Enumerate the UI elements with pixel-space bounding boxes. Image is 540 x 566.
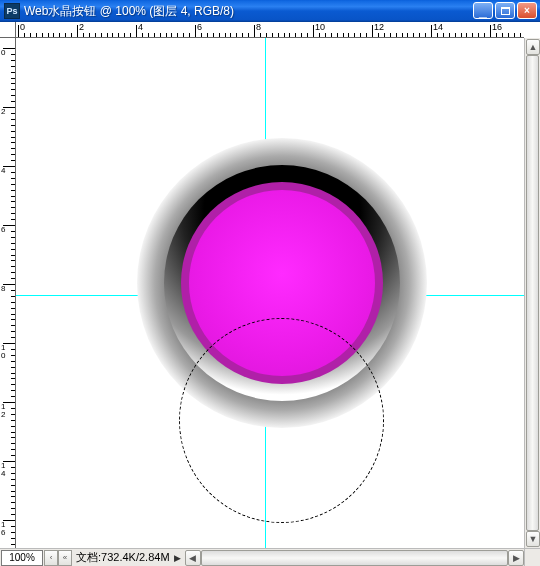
maximize-icon xyxy=(501,7,510,15)
nav-first-button[interactable]: ‹ xyxy=(44,550,58,566)
scroll-h-thumb[interactable] xyxy=(201,550,508,566)
ruler-origin[interactable] xyxy=(0,22,16,38)
scroll-left-button[interactable]: ◀ xyxy=(185,550,201,566)
ruler-vertical[interactable]: 0246810121416 xyxy=(0,38,16,548)
marquee-selection[interactable] xyxy=(179,318,384,523)
popup-menu-icon[interactable]: ▶ xyxy=(174,553,181,563)
doc-size-text: 732.4K/2.84M xyxy=(101,551,170,563)
chevron-up-icon: ▲ xyxy=(529,42,538,52)
doc-label-text: 文档: xyxy=(76,551,101,563)
resize-grip[interactable] xyxy=(524,548,540,566)
close-icon: × xyxy=(524,5,530,16)
scrollbar-vertical[interactable]: ▲ ▼ xyxy=(524,38,540,548)
scroll-down-button[interactable]: ▼ xyxy=(526,531,540,547)
chevron-right-icon: ▶ xyxy=(513,553,520,563)
titlebar[interactable]: Ps Web水晶按钮 @ 100% (图层 4, RGB/8) _ × xyxy=(0,0,540,22)
doc-size-label: 文档:732.4K/2.84M xyxy=(76,550,170,565)
window-controls: _ × xyxy=(473,2,537,19)
scroll-up-button[interactable]: ▲ xyxy=(526,39,540,55)
zoom-level-input[interactable]: 100% xyxy=(1,550,43,566)
nav-prev-button[interactable]: « xyxy=(58,550,72,566)
status-scrollbar-horizontal: 100% ‹ « 文档:732.4K/2.84M ▶ ◀ ▶ xyxy=(0,548,524,566)
canvas[interactable] xyxy=(16,38,524,548)
chevron-down-icon: ▼ xyxy=(529,534,538,544)
window-title: Web水晶按钮 @ 100% (图层 4, RGB/8) xyxy=(24,3,234,20)
scroll-right-button[interactable]: ▶ xyxy=(508,550,524,566)
ruler-horizontal[interactable]: 0246810121416 xyxy=(16,22,524,38)
chevron-left-icon: ◀ xyxy=(189,553,196,563)
scrollbar-h-track[interactable]: ◀ ▶ xyxy=(185,550,524,566)
minimize-icon: _ xyxy=(479,8,487,14)
maximize-button[interactable] xyxy=(495,2,515,19)
minimize-button[interactable]: _ xyxy=(473,2,493,19)
scroll-v-thumb[interactable] xyxy=(526,55,539,531)
app-icon: Ps xyxy=(4,3,20,19)
close-button[interactable]: × xyxy=(517,2,537,19)
